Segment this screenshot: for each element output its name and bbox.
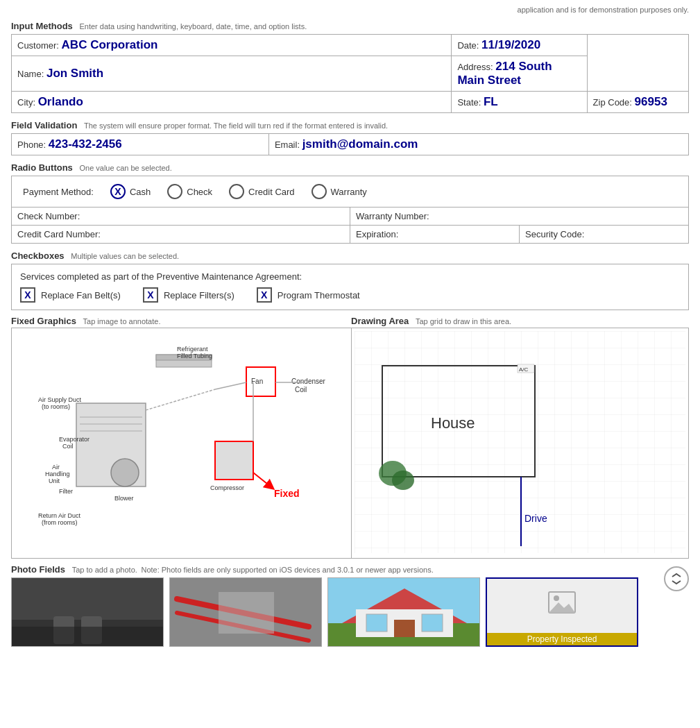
city-value: Orlando — [38, 95, 83, 108]
svg-text:Unit: Unit — [49, 477, 60, 484]
photo-1[interactable] — [11, 577, 164, 647]
checkbox-fan-belt-label: Replace Fan Belt(s) — [41, 290, 121, 300]
svg-line-24 — [253, 473, 271, 486]
image-placeholder-icon — [548, 591, 576, 616]
zip-label: Zip Code: — [593, 97, 632, 108]
drawing-area-header: Drawing Area Tap grid to draw in this ar… — [351, 316, 689, 326]
security-cell: Security Code: — [520, 226, 689, 244]
fixed-graphics-pane[interactable]: Fan Condenser Coil Air Supply Duct (to r… — [12, 328, 352, 558]
svg-text:Return Air Duct: Return Air Duct — [38, 512, 81, 519]
phone-label: Phone: — [17, 139, 46, 150]
svg-text:Condenser: Condenser — [291, 378, 326, 385]
city-label: City: — [17, 97, 35, 108]
svg-text:Filter: Filter — [59, 488, 73, 495]
svg-text:(to rooms): (to rooms) — [42, 403, 70, 410]
photo-1-image — [12, 578, 164, 647]
warranty-number-label: Warranty Number: — [356, 211, 429, 221]
state-label: State: — [457, 97, 481, 108]
radio-warranty-label: Warranty — [331, 187, 367, 197]
state-value: FL — [484, 95, 498, 108]
credit-card-cell: Credit Card Number: — [12, 226, 350, 244]
drawing-area-pane[interactable]: House A/C Drive — [352, 328, 688, 558]
checkbox-filters-box[interactable]: X — [143, 287, 158, 303]
svg-marker-59 — [549, 602, 575, 613]
checkbox-row: X Replace Fan Belt(s) X Replace Filters(… — [20, 287, 680, 303]
address-cell: Address: 214 South Main Street — [452, 56, 587, 92]
checkbox-thermostat[interactable]: X Program Thermostat — [257, 287, 360, 303]
radio-credit[interactable]: Credit Card — [229, 184, 294, 199]
payment-method-cell: Payment Method: X Cash Check Credit Card — [12, 176, 689, 208]
drawing-area-label: Drawing Area — [351, 316, 409, 326]
check-warranty-row: Check Number: Warranty Number: — [12, 208, 689, 226]
check-number-label: Check Number: — [17, 211, 80, 221]
photo-4[interactable]: Property Inspected — [486, 577, 638, 647]
credit-expiry-row: Credit Card Number: Expiration: Security… — [12, 226, 689, 244]
svg-text:House: House — [431, 414, 475, 432]
svg-rect-56 — [394, 620, 415, 637]
photo-2-image — [170, 578, 322, 647]
radio-credit-label: Credit Card — [248, 187, 294, 197]
photo-2[interactable] — [169, 577, 322, 647]
svg-line-28 — [146, 389, 215, 410]
address-label: Address: — [457, 62, 493, 72]
checkboxes-sublabel: Multiple values can be selected. — [71, 252, 179, 260]
photo-4-placeholder-icon — [487, 579, 637, 627]
radio-buttons-sublabel: One value can be selected. — [79, 164, 171, 172]
state-cell: State: FL — [452, 92, 587, 113]
customer-label: Customer: — [17, 40, 59, 51]
svg-text:Coil: Coil — [295, 386, 307, 393]
input-methods-sublabel: Enter data using handwriting, keyboard, … — [79, 22, 307, 31]
fixed-graphics-label: Fixed Graphics — [11, 316, 76, 326]
svg-text:Blower: Blower — [114, 495, 134, 502]
svg-rect-55 — [422, 614, 443, 632]
phone-value: 423-432-2456 — [49, 137, 122, 151]
checkbox-filters[interactable]: X Replace Filters(s) — [143, 287, 234, 303]
updown-button[interactable] — [664, 566, 689, 591]
radio-warranty-circle[interactable] — [311, 184, 327, 199]
checkbox-thermostat-box[interactable]: X — [257, 287, 272, 303]
graphics-row: Fan Condenser Coil Air Supply Duct (to r… — [11, 328, 689, 559]
page-container: application and is for demonstration pur… — [0, 0, 700, 652]
phone-cell: Phone: 423-432-2456 — [12, 134, 269, 155]
zip-value: 96953 — [635, 95, 667, 108]
radio-check-label: Check — [187, 187, 212, 197]
svg-text:Coil: Coil — [62, 443, 74, 450]
radio-cash[interactable]: X Cash — [110, 184, 151, 199]
radio-row: Payment Method: X Cash Check Credit Card — [17, 180, 683, 203]
phone-email-row: Phone: 423-432-2456 Email: jsmith@domain… — [12, 134, 689, 155]
drawing-area-svg[interactable]: House A/C Drive — [355, 331, 685, 553]
radio-check-circle[interactable] — [167, 184, 182, 199]
name-value: Jon Smith — [46, 67, 103, 80]
expiration-label: Expiration: — [356, 229, 398, 239]
date-cell: Date: 11/19/2020 — [452, 35, 587, 56]
checkbox-fan-belt-box[interactable]: X — [20, 287, 35, 303]
email-cell: Email: jsmith@domain.com — [268, 134, 688, 155]
svg-text:(from rooms): (from rooms) — [42, 519, 78, 526]
photo-3[interactable] — [327, 577, 480, 647]
radio-check[interactable]: Check — [167, 184, 212, 199]
name-address-row: Name: Jon Smith Address: 214 South Main … — [12, 56, 689, 92]
svg-text:A/C: A/C — [519, 366, 529, 373]
input-methods-label: Input Methods Enter data using handwriti… — [11, 21, 689, 31]
field-validation-table: Phone: 423-432-2456 Email: jsmith@domain… — [11, 133, 689, 155]
photo-4-label: Property Inspected — [487, 633, 637, 645]
checkbox-fan-belt[interactable]: X Replace Fan Belt(s) — [20, 287, 121, 303]
radio-buttons-table: Payment Method: X Cash Check Credit Card — [11, 176, 689, 244]
svg-text:Compressor: Compressor — [210, 484, 244, 491]
radio-warranty[interactable]: Warranty — [311, 184, 367, 199]
radio-cash-circle[interactable]: X — [110, 184, 126, 199]
svg-point-20 — [111, 459, 139, 486]
photo-fields-sublabel: Tap to add a photo. — [72, 566, 137, 574]
svg-text:Drive: Drive — [524, 513, 547, 524]
customer-cell: Customer: ABC Corporation — [12, 35, 452, 56]
photo-fields-label: Photo Fields Tap to add a photo. Note: P… — [11, 564, 689, 575]
date-value: 11/19/2020 — [481, 38, 540, 51]
input-methods-table: Customer: ABC Corporation Date: 11/19/20… — [11, 34, 689, 113]
email-value: jsmith@domain.com — [302, 137, 418, 151]
expiration-cell: Expiration: — [350, 226, 520, 244]
drawing-area-sublabel: Tap grid to draw in this area. — [416, 317, 511, 325]
radio-credit-circle[interactable] — [229, 184, 244, 199]
name-label: Name: — [17, 69, 44, 79]
checkbox-filters-label: Replace Filters(s) — [164, 290, 234, 300]
name-cell: Name: Jon Smith — [12, 56, 452, 92]
